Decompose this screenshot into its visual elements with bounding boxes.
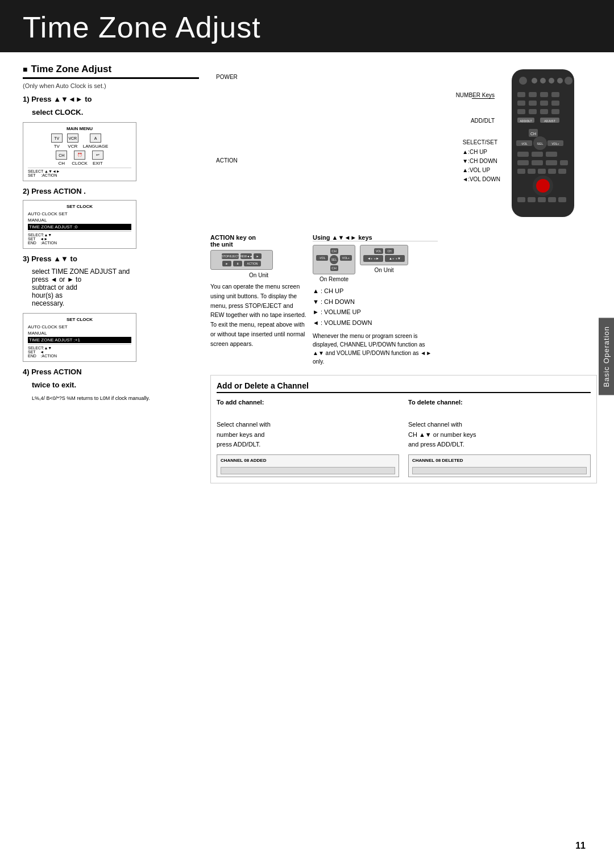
svg-rect-13 (540, 101, 548, 106)
add-title: To add channel: (217, 398, 399, 408)
select-set-label: SELECT/SET (463, 139, 497, 145)
screen1-items: TV TV VCR VCR A LANGUAGE (28, 133, 131, 149)
svg-rect-37 (560, 160, 568, 165)
screen3-manual: MANUAL (28, 331, 131, 336)
section-subtitle: (Only when Auto Clock is set.) (23, 82, 199, 89)
svg-point-5 (557, 78, 563, 84)
forward-btn: ► (254, 253, 262, 259)
screen2-footer: SELECT:▲▼SET ◄►END :ACTION (28, 231, 131, 245)
step-4-label: 4) Press ACTION (23, 368, 199, 376)
svg-text:ADD/DLT: ADD/DLT (520, 119, 532, 123)
svg-rect-42 (558, 169, 566, 174)
on-remote-label: On Remote (320, 276, 349, 282)
action-label: ACTION (216, 157, 238, 164)
svg-rect-12 (529, 101, 537, 106)
action-key-btn: ACTION (244, 261, 261, 266)
unit-ch-btns: ▲++▼ (385, 255, 405, 262)
unit-keys-panel: VOL CH ◄++► ▲++▼ (360, 245, 408, 265)
keys-diagrams: CH -VOL SEL VOL+ CH On Remote (313, 245, 438, 282)
added-screen-text: CHANNEL 08 ADDED (221, 457, 395, 465)
remote-ch-btn: CH (330, 248, 338, 254)
deleted-screen-display (412, 467, 587, 474)
ch-vol-list: ▲ : CH UP ▼ : CH DOWN ► : VOLUME UP ◄ : … (313, 286, 438, 328)
unit-top-buttons: STOP/EJECT REW◄◄ ► (214, 253, 269, 259)
screen-mock-3: SET CLOCK AUTO CLOCK SET MANUAL TIME ZON… (23, 313, 136, 362)
remote-sel-btn: SEL (330, 255, 338, 264)
svg-rect-38 (517, 169, 525, 174)
remote-keys-row2: -VOL SEL VOL+ (316, 255, 352, 264)
ch-down-label: ▼:CH DOWN (462, 157, 500, 166)
svg-rect-14 (551, 101, 559, 106)
add-delete-title: Add or Delete a Channel (217, 381, 591, 393)
screen1-item-exit: ↩ EXIT (92, 151, 103, 166)
ch-up-label: ▲:CH UP (462, 148, 500, 157)
action-block-title: ACTION key onthe unit (210, 234, 307, 248)
svg-point-44 (536, 179, 550, 193)
screen2-auto: AUTO CLOCK SET (28, 211, 131, 216)
screen-mock-1: MAIN MENU TV TV VCR VCR A LANGUAGE CH (23, 122, 136, 181)
remote-keys-panel: CH -VOL SEL VOL+ CH (313, 245, 355, 274)
delete-text: Select channel with CH ▲▼ or number keys… (408, 410, 591, 449)
svg-rect-17 (540, 109, 548, 114)
vol-up-label: ▲:VOL UP (462, 166, 500, 175)
svg-rect-36 (546, 160, 557, 165)
add-delete-columns: To add channel: Select channel with numb… (217, 398, 591, 477)
pause-btn: ⏸ (233, 261, 242, 266)
right-column: ADD/DLT ADJUST CH -VOL SEL VOL+ (210, 64, 597, 483)
svg-rect-49 (558, 197, 566, 202)
on-unit-label: On Unit (210, 272, 307, 278)
svg-rect-48 (548, 197, 556, 202)
rew-btn: REW◄◄ (240, 253, 252, 259)
keys-block: Using ▲▼◄► keys CH -VOL SEL VOL+ (313, 234, 438, 366)
svg-rect-32 (532, 152, 543, 157)
add-channel-col: To add channel: Select channel with numb… (217, 398, 399, 477)
screen1-row2: CH CH ⏰ CLOCK ↩ EXIT (28, 151, 131, 166)
screen3-auto: AUTO CLOCK SET (28, 324, 131, 329)
screen2-manual: MANUAL (28, 218, 131, 223)
svg-rect-7 (517, 92, 525, 97)
screen3-footer: SELECT:▲▼SET ◄END :ACTION (28, 344, 131, 358)
step-1-body: select CLOCK. (32, 108, 199, 116)
step-2-label: 2) Press ACTION . (23, 187, 199, 195)
unit-vol-btns: ◄++► (363, 255, 383, 262)
ch-up-item: ▲ : CH UP (313, 286, 438, 297)
delete-channel-col: To delete channel: Select channel with C… (408, 398, 591, 477)
vcr-icon: VCR (67, 133, 78, 143)
svg-rect-34 (517, 160, 529, 165)
svg-rect-11 (517, 101, 525, 106)
svg-text:VOL+: VOL+ (552, 142, 559, 145)
page-number: 11 (575, 841, 586, 851)
unit-keys-row1: VOL CH (363, 248, 405, 254)
add-delete-section: Add or Delete a Channel To add channel: … (210, 375, 597, 483)
screen3-timezone: TIME ZONE ADJUST :+1 (28, 337, 131, 343)
unit-bottom-buttons: ► ⏸ ACTION (214, 261, 269, 266)
svg-rect-8 (529, 92, 537, 97)
remote-vol-plus: VOL+ (340, 255, 352, 261)
title-bar: Time Zone Adjust (0, 0, 614, 52)
svg-point-4 (549, 78, 554, 84)
svg-point-3 (540, 78, 546, 84)
svg-point-2 (532, 78, 537, 84)
screen2-title: SET CLOCK (28, 204, 131, 209)
svg-rect-15 (517, 109, 525, 114)
on-unit-keys-label: On Unit (375, 267, 394, 273)
delete-title: To delete channel: (408, 398, 591, 408)
svg-rect-39 (528, 169, 536, 174)
deleted-screen: CHANNEL 08 DELETED (408, 454, 591, 477)
language-icon: A (90, 133, 101, 143)
remote-keys-row3: CH (316, 265, 352, 271)
unit-diagram: STOP/EJECT REW◄◄ ► ► ⏸ ACTION (210, 250, 273, 270)
svg-rect-10 (551, 92, 559, 97)
ch-down-item: ▼ : CH DOWN (313, 297, 438, 307)
screen3-title: SET CLOCK (28, 317, 131, 322)
vol-up-item: ► : VOLUME UP (313, 307, 438, 318)
add-text: Select channel with number keys and pres… (217, 410, 399, 449)
step-1-label: 1) Press ▲▼◄► to (23, 95, 199, 103)
vol-down-label: ◄:VOL DOWN (462, 175, 500, 184)
svg-text:CH: CH (530, 132, 536, 136)
svg-point-1 (519, 77, 527, 85)
deleted-screen-text: CHANNEL 08 DELETED (412, 457, 587, 465)
bottom-section: ACTION key onthe unit STOP/EJECT REW◄◄ ►… (210, 234, 597, 366)
screen1-title: MAIN MENU (28, 126, 131, 131)
svg-rect-18 (551, 109, 559, 114)
